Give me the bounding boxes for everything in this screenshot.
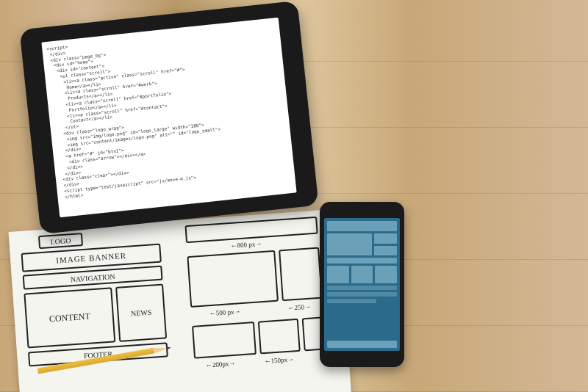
- wireframe-width-full: ←800 px→: [230, 240, 262, 250]
- wireframe-content-label: CONTENT: [49, 311, 90, 325]
- code-content: <script> </div> <div class="page_bg"> <d…: [46, 44, 220, 200]
- wireframe-nav-label: NAVIGATION: [70, 272, 115, 283]
- phone-side-block-2: [374, 246, 397, 256]
- phone-text-line-2: [327, 292, 397, 297]
- wireframe-width-content: ←500 px→: [209, 308, 241, 317]
- wireframe-banner-label: IMAGE BANNER: [56, 251, 127, 265]
- phone-grid-1: [327, 266, 349, 283]
- phone-footer-block: [327, 341, 397, 348]
- wireframe-small-2: [258, 319, 301, 355]
- phone-nav-block: [327, 258, 397, 264]
- phone-text-line-1: [327, 286, 397, 290]
- wireframe-width-small: ←200px→: [205, 360, 235, 369]
- wireframe-content-box: CONTENT: [24, 287, 115, 348]
- phone-grid-2: [351, 266, 373, 283]
- phone-grid-3: [375, 266, 397, 283]
- tablet-screen[interactable]: <script> </div> <div class="page_bg"> <d…: [41, 18, 296, 218]
- wireframe-news-label: NEWS: [131, 308, 152, 318]
- wireframe-right-header: [184, 217, 318, 243]
- tablet-device: <script> </div> <div class="page_bg"> <d…: [19, 1, 318, 234]
- wireframe-small-1: [192, 322, 257, 359]
- phone-device: [320, 202, 404, 367]
- phone-header-block: [327, 221, 397, 231]
- wireframe-logo-label: LOGO: [50, 236, 71, 246]
- wireframe-news-box: NEWS: [115, 284, 167, 342]
- wireframe-width-smaller: ←150px→: [264, 355, 294, 365]
- wireframe-width-side: ←250→: [287, 303, 311, 312]
- phone-hero-block: [327, 233, 372, 255]
- phone-text-line-3: [327, 299, 376, 303]
- wireframe-right-content: [187, 250, 279, 308]
- phone-side-block-1: [374, 233, 397, 244]
- wireframe-logo-box: LOGO: [38, 233, 83, 249]
- pencil-lead: [166, 346, 171, 350]
- wireframe-right-side: [279, 247, 323, 302]
- phone-screen[interactable]: [324, 218, 400, 351]
